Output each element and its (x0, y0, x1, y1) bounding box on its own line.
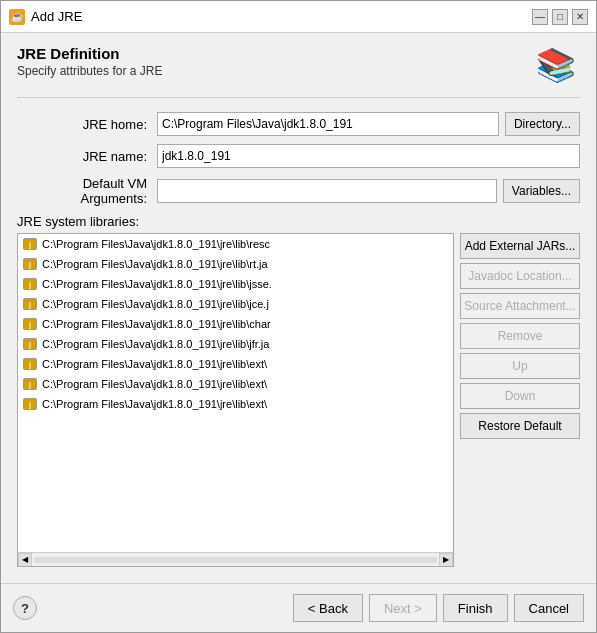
close-button[interactable]: ✕ (572, 9, 588, 25)
jre-name-label: JRE name: (17, 149, 157, 164)
jre-home-label: JRE home: (17, 117, 157, 132)
jar-icon: j (22, 316, 38, 332)
libraries-row: jC:\Program Files\Java\jdk1.8.0_191\jre\… (17, 233, 580, 567)
window-controls: — □ ✕ (532, 9, 588, 25)
list-item[interactable]: jC:\Program Files\Java\jdk1.8.0_191\jre\… (18, 314, 453, 334)
lib-path: C:\Program Files\Java\jdk1.8.0_191\jre\l… (42, 318, 271, 330)
jar-icon: j (22, 256, 38, 272)
page-title: JRE Definition (17, 45, 162, 62)
minimize-button[interactable]: — (532, 9, 548, 25)
content-area: JRE Definition Specify attributes for a … (1, 33, 596, 575)
header-icon-container: 📚 (532, 45, 580, 85)
cancel-button[interactable]: Cancel (514, 594, 584, 622)
directory-button[interactable]: Directory... (505, 112, 580, 136)
jar-icon: j (22, 336, 38, 352)
libraries-section: JRE system libraries: jC:\Program Files\… (17, 214, 580, 567)
libraries-label: JRE system libraries: (17, 214, 580, 229)
jar-icon: j (22, 356, 38, 372)
title-bar: ☕ Add JRE — □ ✕ (1, 1, 596, 33)
restore-default-button[interactable]: Restore Default (460, 413, 580, 439)
maximize-button[interactable]: □ (552, 9, 568, 25)
down-button[interactable]: Down (460, 383, 580, 409)
lib-path: C:\Program Files\Java\jdk1.8.0_191\jre\l… (42, 278, 272, 290)
list-item[interactable]: jC:\Program Files\Java\jdk1.8.0_191\jre\… (18, 294, 453, 314)
lib-path: C:\Program Files\Java\jdk1.8.0_191\jre\l… (42, 258, 268, 270)
lib-path: C:\Program Files\Java\jdk1.8.0_191\jre\l… (42, 298, 269, 310)
jre-name-input[interactable] (157, 144, 580, 168)
header-section: JRE Definition Specify attributes for a … (17, 45, 580, 85)
header-text: JRE Definition Specify attributes for a … (17, 45, 162, 78)
window-icon: ☕ (9, 9, 25, 25)
add-external-jars-button[interactable]: Add External JARs... (460, 233, 580, 259)
list-item[interactable]: jC:\Program Files\Java\jdk1.8.0_191\jre\… (18, 254, 453, 274)
jar-icon: j (22, 396, 38, 412)
libraries-list-container: jC:\Program Files\Java\jdk1.8.0_191\jre\… (17, 233, 454, 567)
lib-path: C:\Program Files\Java\jdk1.8.0_191\jre\l… (42, 338, 269, 350)
jar-icon: j (22, 376, 38, 392)
remove-button[interactable]: Remove (460, 323, 580, 349)
libraries-buttons: Add External JARs... Javadoc Location...… (460, 233, 580, 567)
source-attachment-button[interactable]: Source Attachment... (460, 293, 580, 319)
list-item[interactable]: jC:\Program Files\Java\jdk1.8.0_191\jre\… (18, 374, 453, 394)
vm-args-label: Default VM Arguments: (17, 176, 157, 206)
lib-path: C:\Program Files\Java\jdk1.8.0_191\jre\l… (42, 358, 267, 370)
scroll-right-arrow[interactable]: ▶ (439, 553, 453, 567)
list-item[interactable]: jC:\Program Files\Java\jdk1.8.0_191\jre\… (18, 354, 453, 374)
list-item[interactable]: jC:\Program Files\Java\jdk1.8.0_191\jre\… (18, 274, 453, 294)
vm-args-row: Default VM Arguments: Variables... (17, 176, 580, 206)
next-button[interactable]: Next > (369, 594, 437, 622)
back-button[interactable]: < Back (293, 594, 363, 622)
list-item[interactable]: jC:\Program Files\Java\jdk1.8.0_191\jre\… (18, 394, 453, 414)
jre-name-row: JRE name: (17, 144, 580, 168)
jar-icon: j (22, 296, 38, 312)
header-divider (17, 97, 580, 98)
lib-path: C:\Program Files\Java\jdk1.8.0_191\jre\l… (42, 238, 270, 250)
jre-home-row: JRE home: Directory... (17, 112, 580, 136)
javadoc-location-button[interactable]: Javadoc Location... (460, 263, 580, 289)
scroll-track (34, 557, 437, 563)
page-subtitle: Specify attributes for a JRE (17, 64, 162, 78)
lib-path: C:\Program Files\Java\jdk1.8.0_191\jre\l… (42, 398, 267, 410)
lib-path: C:\Program Files\Java\jdk1.8.0_191\jre\l… (42, 378, 267, 390)
scroll-left-arrow[interactable]: ◀ (18, 553, 32, 567)
horizontal-scrollbar[interactable]: ◀ ▶ (18, 552, 453, 566)
jar-icon: j (22, 236, 38, 252)
window-title: Add JRE (31, 9, 526, 24)
variables-button[interactable]: Variables... (503, 179, 580, 203)
vm-args-input[interactable] (157, 179, 497, 203)
footer: ? < Back Next > Finish Cancel (1, 583, 596, 632)
books-icon: 📚 (536, 46, 576, 84)
jar-icon: j (22, 276, 38, 292)
help-button[interactable]: ? (13, 596, 37, 620)
list-item[interactable]: jC:\Program Files\Java\jdk1.8.0_191\jre\… (18, 234, 453, 254)
libraries-list[interactable]: jC:\Program Files\Java\jdk1.8.0_191\jre\… (18, 234, 453, 552)
list-item[interactable]: jC:\Program Files\Java\jdk1.8.0_191\jre\… (18, 334, 453, 354)
finish-button[interactable]: Finish (443, 594, 508, 622)
up-button[interactable]: Up (460, 353, 580, 379)
add-jre-window: ☕ Add JRE — □ ✕ JRE Definition Specify a… (0, 0, 597, 633)
jre-home-input[interactable] (157, 112, 499, 136)
